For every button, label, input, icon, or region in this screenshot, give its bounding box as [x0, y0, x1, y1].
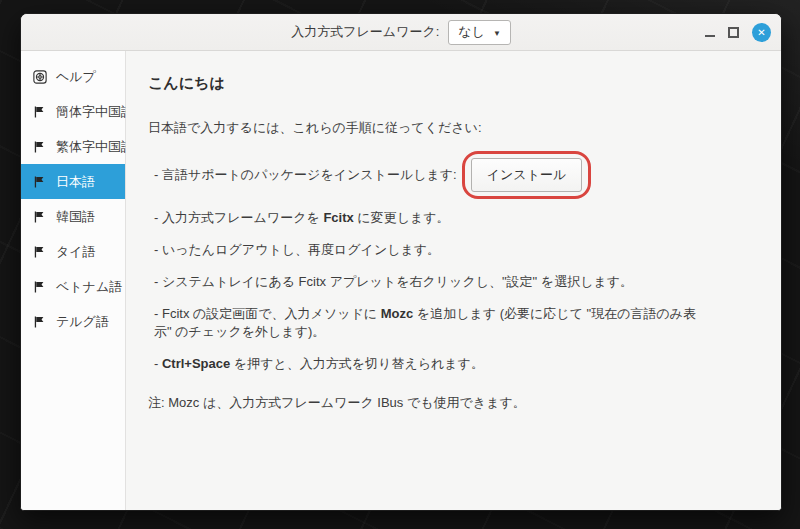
app-window: 入力方式フレームワーク: なし ▼ ✕ ヘルプ簡体字中国語繁体字中国語日本語韓国…	[20, 13, 782, 511]
flag-icon	[33, 210, 47, 224]
flag-icon	[33, 245, 47, 259]
sidebar-item-5[interactable]: タイ語	[21, 234, 125, 269]
minimize-button[interactable]	[705, 28, 715, 38]
sidebar-item-label: 簡体字中国語	[56, 103, 134, 121]
sidebar-item-label: ベトナム語	[56, 278, 122, 296]
flag-icon	[33, 140, 47, 154]
language-sidebar: ヘルプ簡体字中国語繁体字中国語日本語韓国語タイ語ベトナム語テルグ語	[21, 51, 126, 510]
intro-text: 日本語で入力するには、これらの手順に従ってください:	[148, 119, 761, 137]
step-text: - Ctrl+Space を押すと、入力方式を切り替えられます。	[154, 355, 712, 374]
install-step-row: - 言語サポートのパッケージをインストールします: インストール	[154, 151, 761, 199]
chevron-down-icon: ▼	[493, 29, 501, 38]
sidebar-item-0[interactable]: ヘルプ	[21, 59, 125, 94]
sidebar-item-label: 繁体字中国語	[56, 138, 134, 156]
help-icon	[33, 70, 47, 84]
flag-icon	[33, 175, 47, 189]
framework-dropdown[interactable]: なし ▼	[448, 20, 511, 45]
note-text: 注: Mozc は、入力方式フレームワーク IBus でも使用できます。	[148, 394, 761, 412]
desktop-background: 入力方式フレームワーク: なし ▼ ✕ ヘルプ簡体字中国語繁体字中国語日本語韓国…	[0, 0, 800, 529]
step-text: - 入力方式フレームワークを Fcitx に変更します。	[154, 209, 712, 228]
flag-icon	[33, 280, 47, 294]
flag-icon	[33, 105, 47, 119]
window-controls: ✕	[705, 14, 771, 51]
framework-label: 入力方式フレームワーク:	[291, 23, 439, 41]
sidebar-item-7[interactable]: テルグ語	[21, 304, 125, 339]
sidebar-item-label: ヘルプ	[56, 68, 96, 86]
install-button[interactable]: インストール	[471, 158, 583, 192]
sidebar-item-3[interactable]: 日本語	[21, 164, 125, 199]
sidebar-item-4[interactable]: 韓国語	[21, 199, 125, 234]
sidebar-item-label: 韓国語	[56, 208, 95, 226]
flag-icon	[33, 315, 47, 329]
steps-list: - 入力方式フレームワークを Fcitx に変更します。- いったんログアウトし…	[148, 209, 761, 374]
sidebar-item-label: 日本語	[56, 173, 95, 191]
close-button[interactable]: ✕	[752, 23, 771, 42]
sidebar-item-1[interactable]: 簡体字中国語	[21, 94, 125, 129]
step-text: - システムトレイにある Fcitx アプレットを右クリックし、"設定" を選択…	[154, 273, 712, 292]
page-title: こんにちは	[148, 74, 761, 93]
sidebar-item-label: タイ語	[56, 243, 96, 261]
sidebar-item-2[interactable]: 繁体字中国語	[21, 129, 125, 164]
step-text: - いったんログアウトし、再度ログインします。	[154, 241, 712, 260]
main-content: こんにちは 日本語で入力するには、これらの手順に従ってください: - 言語サポー…	[126, 51, 781, 510]
sidebar-item-6[interactable]: ベトナム語	[21, 269, 125, 304]
sidebar-item-label: テルグ語	[56, 313, 109, 331]
install-step-text: - 言語サポートのパッケージをインストールします:	[154, 166, 457, 184]
titlebar[interactable]: 入力方式フレームワーク: なし ▼ ✕	[21, 14, 781, 51]
framework-dropdown-value: なし	[458, 23, 485, 41]
maximize-button[interactable]	[728, 27, 739, 38]
step-text: - Fcitx の設定画面で、入力メソッドに Mozc を追加します (必要に応…	[154, 305, 712, 343]
